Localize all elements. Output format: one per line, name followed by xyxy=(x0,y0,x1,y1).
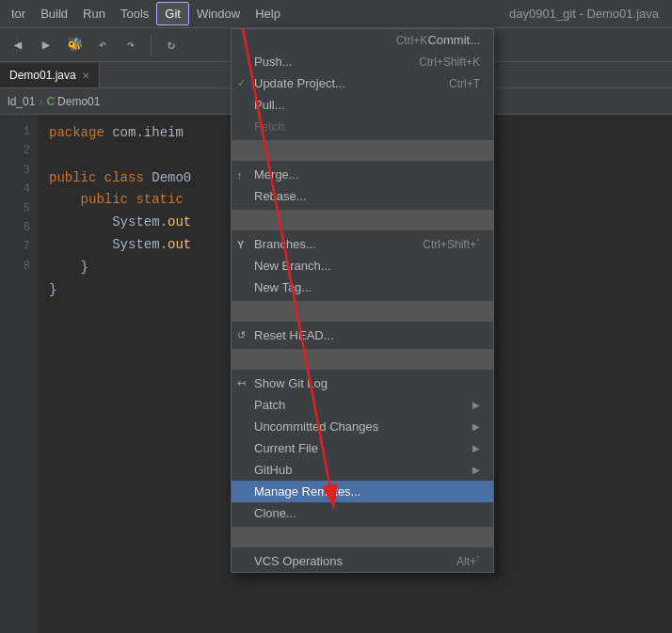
label-manage-remotes: Manage Remotes... xyxy=(254,484,360,498)
menu-item-commit[interactable]: Ctrl+K Commit... xyxy=(232,29,493,51)
menu-tor[interactable]: tor xyxy=(4,3,33,24)
label-commit: Commit... xyxy=(427,33,480,47)
label-merge: Merge... xyxy=(254,167,299,182)
log-icon: ↤ xyxy=(237,377,246,389)
breadcrumb-sep: › xyxy=(39,95,42,108)
menu-item-pull[interactable]: Pull... xyxy=(232,94,493,116)
menu-item-manage-remotes[interactable]: Manage Remotes... xyxy=(232,481,493,502)
git-dropdown-menu: Ctrl+K Commit... Push... Ctrl+Shift+K ✓ … xyxy=(231,28,494,573)
line-numbers: 1 2 3 4 5 6 7 8 xyxy=(0,115,38,633)
label-uncommitted: Uncommitted Changes xyxy=(254,419,378,434)
tab-label: Demo01.java xyxy=(9,69,76,82)
sep4 xyxy=(232,349,493,370)
reset-icon: ↺ xyxy=(237,329,246,341)
label-github: GitHub xyxy=(254,463,292,477)
label-branches: Branches... xyxy=(254,237,316,251)
menu-item-fetch: Fetch xyxy=(232,116,493,137)
menu-help[interactable]: Help xyxy=(248,3,288,24)
menu-item-reset[interactable]: ↺ Reset HEAD... xyxy=(232,324,493,346)
breadcrumb-class-wrapper: C Demo01 xyxy=(46,95,100,108)
arrow-github: ▶ xyxy=(472,465,480,475)
menu-item-patch[interactable]: Patch ▶ xyxy=(232,394,493,416)
shortcut-branches: Ctrl+Shift+` xyxy=(423,238,480,251)
menu-bar: tor Build Run Tools Git Window Help day0… xyxy=(0,0,672,28)
label-reset: Reset HEAD... xyxy=(254,328,334,342)
arrow-current-file: ▶ xyxy=(472,443,480,453)
sep1 xyxy=(232,140,493,161)
menu-window[interactable]: Window xyxy=(189,3,248,24)
shortcut-commit: Ctrl+K xyxy=(396,34,428,47)
label-new-branch: New Branch... xyxy=(254,259,331,273)
label-fetch: Fetch xyxy=(254,119,285,134)
menu-item-merge[interactable]: ↑ Merge... xyxy=(232,164,493,185)
label-patch: Patch xyxy=(254,398,285,412)
menu-run[interactable]: Run xyxy=(75,3,113,24)
menu-tools[interactable]: Tools xyxy=(113,3,156,24)
menu-build[interactable]: Build xyxy=(33,3,75,24)
menu-item-uncommitted[interactable]: Uncommitted Changes ▶ xyxy=(232,416,493,437)
shortcut-vcs-ops: Alt+` xyxy=(456,555,480,568)
label-current-file: Current File xyxy=(254,441,318,455)
sep2 xyxy=(232,210,493,230)
shortcut-update: Ctrl+T xyxy=(449,77,480,90)
menu-item-vcs-ops[interactable]: VCS Operations Alt+` xyxy=(232,550,493,572)
branches-icon: Y xyxy=(237,239,244,250)
tab-demo01[interactable]: Demo01.java ✕ xyxy=(0,63,100,87)
menu-item-current-file[interactable]: Current File ▶ xyxy=(232,437,493,459)
label-clone: Clone... xyxy=(254,506,296,520)
menu-item-new-tag[interactable]: New Tag... xyxy=(232,277,493,298)
label-rebase: Rebase... xyxy=(254,189,307,203)
arrow-patch: ▶ xyxy=(472,400,480,410)
menu-item-clone[interactable]: Clone... xyxy=(232,502,493,524)
toolbar-undo[interactable]: ↶ xyxy=(90,33,115,57)
window-title: day0901_git - Demo01.java xyxy=(509,7,668,21)
label-pull: Pull... xyxy=(254,98,285,112)
toolbar-sep xyxy=(151,36,152,55)
menu-item-branches[interactable]: Y Branches... Ctrl+Shift+` xyxy=(232,233,493,255)
arrow-uncommitted: ▶ xyxy=(472,421,480,432)
label-vcs-ops: VCS Operations xyxy=(254,554,343,568)
sep5 xyxy=(232,527,493,547)
menu-item-rebase[interactable]: Rebase... xyxy=(232,185,493,207)
toolbar-debug[interactable]: 🐝 xyxy=(62,33,87,57)
merge-icon: ↑ xyxy=(237,169,243,181)
check-icon: ✓ xyxy=(237,77,246,89)
label-new-tag: New Tag... xyxy=(254,280,312,294)
menu-item-push[interactable]: Push... Ctrl+Shift+K xyxy=(232,51,493,72)
shortcut-push: Ctrl+Shift+K xyxy=(419,55,480,69)
breadcrumb-class[interactable]: Demo01 xyxy=(57,95,100,108)
toolbar-redo[interactable]: ↷ xyxy=(119,33,143,57)
label-show-log: Show Git Log xyxy=(254,376,328,390)
menu-git[interactable]: Git xyxy=(156,2,189,25)
breadcrumb-project[interactable]: ld_01 xyxy=(8,95,35,108)
menu-item-github[interactable]: GitHub ▶ xyxy=(232,459,493,481)
toolbar-run[interactable]: ▶ xyxy=(34,33,58,57)
sep3 xyxy=(232,301,493,322)
menu-item-show-log[interactable]: ↤ Show Git Log xyxy=(232,372,493,394)
label-push: Push... xyxy=(254,55,292,69)
menu-item-update[interactable]: ✓ Update Project... Ctrl+T xyxy=(232,72,493,94)
toolbar-redo2[interactable]: ↻ xyxy=(159,33,184,57)
tab-close[interactable]: ✕ xyxy=(82,71,89,81)
menu-item-new-branch[interactable]: New Branch... xyxy=(232,255,493,277)
class-icon: C xyxy=(46,95,55,108)
toolbar-back[interactable]: ◀ xyxy=(6,33,30,57)
label-update: Update Project... xyxy=(254,76,345,90)
